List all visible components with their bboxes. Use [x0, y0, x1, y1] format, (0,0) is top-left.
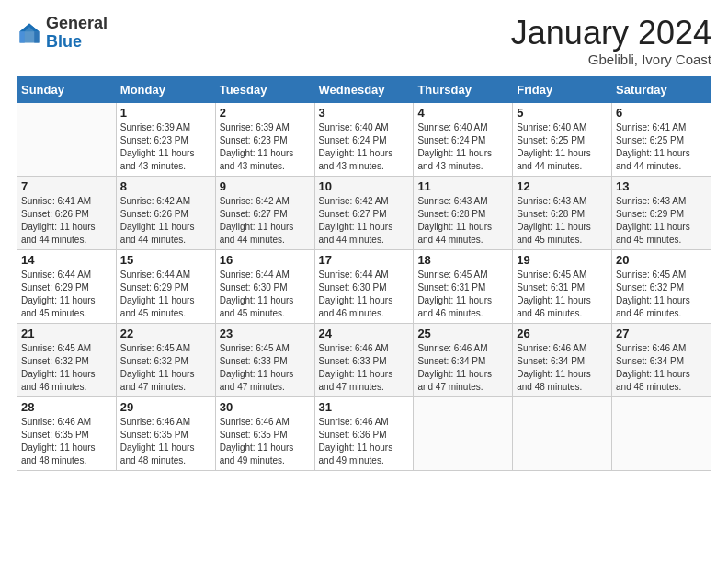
day-info: Sunrise: 6:39 AMSunset: 6:23 PMDaylight:… — [120, 121, 211, 173]
logo-blue: Blue — [46, 33, 108, 52]
day-info: Sunrise: 6:46 AMSunset: 6:36 PMDaylight:… — [319, 416, 410, 467]
calendar-cell: 12Sunrise: 6:43 AMSunset: 6:28 PMDayligh… — [513, 176, 612, 249]
calendar-week-row: 7Sunrise: 6:41 AMSunset: 6:26 PMDaylight… — [17, 176, 711, 249]
calendar-cell: 9Sunrise: 6:42 AMSunset: 6:27 PMDaylight… — [215, 176, 314, 249]
calendar-header-row: SundayMondayTuesdayWednesdayThursdayFrid… — [17, 76, 711, 102]
day-number: 23 — [220, 327, 311, 340]
day-info: Sunrise: 6:45 AMSunset: 6:33 PMDaylight:… — [220, 342, 311, 394]
calendar-cell: 11Sunrise: 6:43 AMSunset: 6:28 PMDayligh… — [414, 176, 513, 249]
day-number: 15 — [120, 253, 211, 267]
day-number: 6 — [616, 106, 707, 120]
calendar-cell — [612, 396, 711, 470]
weekday-header-wednesday: Wednesday — [314, 76, 414, 102]
day-number: 10 — [319, 179, 410, 193]
day-number: 3 — [319, 106, 410, 120]
day-number: 31 — [319, 400, 410, 414]
day-number: 25 — [417, 327, 508, 340]
calendar-cell — [513, 396, 612, 470]
day-number: 19 — [517, 253, 608, 267]
calendar-cell: 1Sunrise: 6:39 AMSunset: 6:23 PMDaylight… — [116, 102, 215, 176]
day-info: Sunrise: 6:46 AMSunset: 6:34 PMDaylight:… — [517, 342, 608, 394]
calendar-cell: 27Sunrise: 6:46 AMSunset: 6:34 PMDayligh… — [612, 323, 711, 396]
day-info: Sunrise: 6:46 AMSunset: 6:35 PMDaylight:… — [21, 416, 112, 467]
day-number: 29 — [120, 400, 211, 414]
calendar-cell: 24Sunrise: 6:46 AMSunset: 6:33 PMDayligh… — [314, 323, 414, 396]
weekday-header-saturday: Saturday — [612, 76, 711, 102]
calendar-cell: 3Sunrise: 6:40 AMSunset: 6:24 PMDaylight… — [314, 102, 414, 176]
calendar-cell: 30Sunrise: 6:46 AMSunset: 6:35 PMDayligh… — [215, 396, 314, 470]
day-info: Sunrise: 6:40 AMSunset: 6:25 PMDaylight:… — [517, 121, 608, 173]
day-info: Sunrise: 6:40 AMSunset: 6:24 PMDaylight:… — [417, 121, 508, 173]
day-info: Sunrise: 6:44 AMSunset: 6:29 PMDaylight:… — [120, 269, 211, 320]
day-info: Sunrise: 6:44 AMSunset: 6:29 PMDaylight:… — [21, 269, 112, 320]
day-number: 12 — [517, 179, 608, 193]
logo-general: General — [46, 15, 108, 33]
weekday-header-monday: Monday — [116, 76, 215, 102]
calendar-cell — [17, 102, 117, 176]
day-number: 20 — [616, 253, 707, 267]
day-number: 4 — [417, 106, 508, 120]
day-number: 18 — [417, 253, 508, 267]
calendar-week-row: 28Sunrise: 6:46 AMSunset: 6:35 PMDayligh… — [17, 396, 711, 470]
day-info: Sunrise: 6:41 AMSunset: 6:25 PMDaylight:… — [616, 121, 707, 173]
header: General Blue January 2024 Gbelibli, Ivor… — [17, 15, 711, 67]
day-number: 11 — [417, 179, 508, 193]
day-info: Sunrise: 6:45 AMSunset: 6:32 PMDaylight:… — [616, 269, 707, 320]
day-info: Sunrise: 6:46 AMSunset: 6:34 PMDaylight:… — [616, 342, 707, 394]
calendar-cell: 31Sunrise: 6:46 AMSunset: 6:36 PMDayligh… — [314, 396, 414, 470]
day-info: Sunrise: 6:45 AMSunset: 6:31 PMDaylight:… — [417, 269, 508, 320]
calendar-cell: 17Sunrise: 6:44 AMSunset: 6:30 PMDayligh… — [314, 249, 414, 323]
day-number: 5 — [517, 106, 608, 120]
weekday-header-thursday: Thursday — [414, 76, 513, 102]
calendar-cell: 22Sunrise: 6:45 AMSunset: 6:32 PMDayligh… — [116, 323, 215, 396]
logo: General Blue — [17, 15, 108, 52]
day-number: 1 — [120, 106, 211, 120]
day-number: 21 — [21, 327, 112, 340]
calendar-cell: 5Sunrise: 6:40 AMSunset: 6:25 PMDaylight… — [513, 102, 612, 176]
day-info: Sunrise: 6:45 AMSunset: 6:31 PMDaylight:… — [517, 269, 608, 320]
day-number: 16 — [220, 253, 311, 267]
calendar-cell: 10Sunrise: 6:42 AMSunset: 6:27 PMDayligh… — [314, 176, 414, 249]
day-number: 8 — [120, 179, 211, 193]
calendar-cell: 23Sunrise: 6:45 AMSunset: 6:33 PMDayligh… — [215, 323, 314, 396]
calendar-cell: 29Sunrise: 6:46 AMSunset: 6:35 PMDayligh… — [116, 396, 215, 470]
logo-icon — [17, 20, 42, 46]
calendar-week-row: 14Sunrise: 6:44 AMSunset: 6:29 PMDayligh… — [17, 249, 711, 323]
day-info: Sunrise: 6:41 AMSunset: 6:26 PMDaylight:… — [21, 195, 112, 247]
calendar-week-row: 21Sunrise: 6:45 AMSunset: 6:32 PMDayligh… — [17, 323, 711, 396]
calendar-cell: 7Sunrise: 6:41 AMSunset: 6:26 PMDaylight… — [17, 176, 117, 249]
calendar-cell: 18Sunrise: 6:45 AMSunset: 6:31 PMDayligh… — [414, 249, 513, 323]
svg-marker-2 — [34, 31, 39, 42]
calendar-cell: 16Sunrise: 6:44 AMSunset: 6:30 PMDayligh… — [215, 249, 314, 323]
calendar-cell: 15Sunrise: 6:44 AMSunset: 6:29 PMDayligh… — [116, 249, 215, 323]
day-number: 9 — [220, 179, 311, 193]
calendar-cell: 21Sunrise: 6:45 AMSunset: 6:32 PMDayligh… — [17, 323, 117, 396]
day-number: 17 — [319, 253, 410, 267]
calendar-cell: 8Sunrise: 6:42 AMSunset: 6:26 PMDaylight… — [116, 176, 215, 249]
title-block: January 2024 Gbelibli, Ivory Coast — [511, 15, 711, 67]
calendar-week-row: 1Sunrise: 6:39 AMSunset: 6:23 PMDaylight… — [17, 102, 711, 176]
month-title: January 2024 — [511, 15, 711, 52]
day-info: Sunrise: 6:42 AMSunset: 6:27 PMDaylight:… — [220, 195, 311, 247]
calendar-cell: 26Sunrise: 6:46 AMSunset: 6:34 PMDayligh… — [513, 323, 612, 396]
day-number: 2 — [220, 106, 311, 120]
day-info: Sunrise: 6:42 AMSunset: 6:27 PMDaylight:… — [319, 195, 410, 247]
calendar-cell: 14Sunrise: 6:44 AMSunset: 6:29 PMDayligh… — [17, 249, 117, 323]
day-info: Sunrise: 6:45 AMSunset: 6:32 PMDaylight:… — [21, 342, 112, 394]
day-info: Sunrise: 6:42 AMSunset: 6:26 PMDaylight:… — [120, 195, 211, 247]
day-number: 27 — [616, 327, 707, 340]
day-info: Sunrise: 6:44 AMSunset: 6:30 PMDaylight:… — [220, 269, 311, 320]
day-number: 30 — [220, 400, 311, 414]
day-number: 7 — [21, 179, 112, 193]
day-info: Sunrise: 6:46 AMSunset: 6:35 PMDaylight:… — [120, 416, 211, 467]
day-info: Sunrise: 6:43 AMSunset: 6:28 PMDaylight:… — [417, 195, 508, 247]
day-number: 28 — [21, 400, 112, 414]
day-number: 26 — [517, 327, 608, 340]
day-info: Sunrise: 6:46 AMSunset: 6:34 PMDaylight:… — [417, 342, 508, 394]
day-number: 24 — [319, 327, 410, 340]
svg-rect-4 — [25, 31, 35, 42]
weekday-header-sunday: Sunday — [17, 76, 117, 102]
logo-text: General Blue — [46, 15, 108, 52]
calendar-cell: 25Sunrise: 6:46 AMSunset: 6:34 PMDayligh… — [414, 323, 513, 396]
calendar-cell — [414, 396, 513, 470]
